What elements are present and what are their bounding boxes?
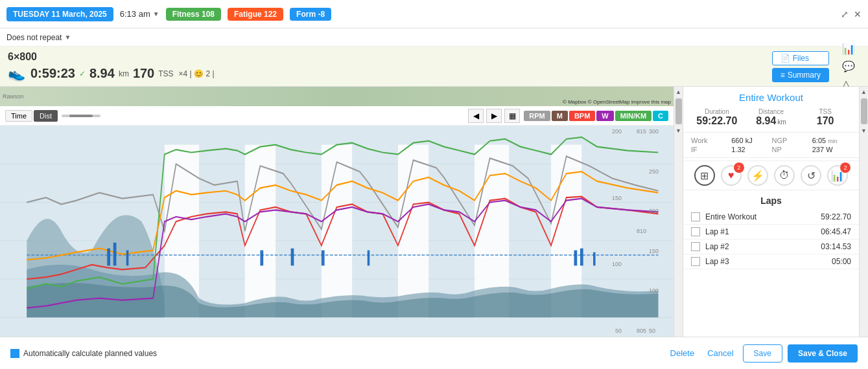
dist-button[interactable]: Dist xyxy=(34,110,58,122)
next-button[interactable]: ▶ xyxy=(486,109,502,123)
m-button[interactable]: M xyxy=(552,111,568,121)
date-badge[interactable]: TUESDAY 11 March, 2025 xyxy=(6,7,113,21)
fitness-badge: Fitness 108 xyxy=(166,8,221,21)
lap-checkbox-entire[interactable] xyxy=(691,212,700,221)
time-chevron-icon[interactable]: ▼ xyxy=(153,10,159,17)
slider-track[interactable] xyxy=(62,115,100,117)
lap-row-3: Lap #3 05:00 xyxy=(683,254,859,269)
w-button[interactable]: W xyxy=(596,111,613,121)
right-scroll-down[interactable]: ▼ xyxy=(860,126,869,136)
clock-tab[interactable]: ⏱ xyxy=(774,165,795,186)
lap-row-1: Lap #1 06:45.47 xyxy=(683,225,859,240)
clock-icon[interactable]: ⏱ xyxy=(774,165,795,186)
scroll-thumb[interactable] xyxy=(675,98,682,124)
left-scrollbar[interactable]: ▲ ▼ xyxy=(674,87,683,337)
min-km-button[interactable]: MIN/KM xyxy=(615,111,651,121)
time-dist-toggle: Time Dist xyxy=(5,110,58,122)
right-content: Entire Workout Duration 59:22.70 Distanc… xyxy=(683,87,859,337)
right-scrollbar[interactable]: ▲ ▼ xyxy=(859,87,868,337)
cancel-button[interactable]: Cancel xyxy=(703,344,737,363)
grid-icon[interactable]: ⊞ xyxy=(694,165,715,186)
np-label: NP xyxy=(772,146,811,153)
chart-tab[interactable]: 📊 2 xyxy=(827,165,848,186)
lap-time-3: 05:00 xyxy=(832,257,851,266)
lap-time-entire: 59:22.70 xyxy=(821,212,851,221)
scroll-up-arrow[interactable]: ▲ xyxy=(674,87,683,97)
tss-label: TSS xyxy=(158,69,173,78)
window-controls: ⤢ ✕ xyxy=(841,9,862,19)
svg-rect-15 xyxy=(126,251,129,266)
repeat-chevron-icon[interactable]: ▼ xyxy=(64,34,71,41)
workout-icons: ×4 | 😊 2 | xyxy=(179,69,215,78)
chart-svg xyxy=(0,126,674,337)
duration-value: 0:59:23 xyxy=(30,66,75,81)
bar-view-button[interactable]: ▦ xyxy=(504,109,520,123)
refresh-icon[interactable]: ↺ xyxy=(801,165,821,186)
laps-section: Laps Entire Workout 59:22.70 Lap #1 06:4… xyxy=(683,190,859,337)
svg-rect-18 xyxy=(322,251,325,266)
prev-button[interactable]: ◀ xyxy=(468,109,484,123)
ngp-label: NGP xyxy=(772,137,811,144)
form-badge: Form -8 xyxy=(290,8,331,21)
save-close-button[interactable]: Save & Close xyxy=(788,344,858,363)
time-value: 6:13 am xyxy=(120,9,150,19)
summary-button[interactable]: ≡ Summary xyxy=(772,68,829,82)
duration-val: 59:22.70 xyxy=(696,115,737,127)
right-scroll-thumb[interactable] xyxy=(861,98,867,124)
checkmark-icon: ✓ xyxy=(79,69,86,78)
distance-value: 8.94 xyxy=(89,66,115,81)
chart-main[interactable]: 04:10 5:33 8:20 16:40 25 20 15 10 5 0 xyxy=(0,126,674,337)
lap-name-entire: Entire Workout xyxy=(705,212,815,221)
svg-rect-8 xyxy=(322,145,352,318)
right-scroll-up[interactable]: ▲ xyxy=(860,87,869,97)
svg-rect-9 xyxy=(398,145,428,318)
auto-calc: Automatically calculate planned values xyxy=(10,349,659,358)
svg-rect-19 xyxy=(368,251,370,266)
close-button[interactable]: ✕ xyxy=(854,9,862,19)
save-button[interactable]: Save xyxy=(743,344,782,363)
bar-chart-icon[interactable]: 📊 xyxy=(842,43,855,55)
lap-checkbox-1[interactable] xyxy=(691,227,700,236)
distance-unit: km xyxy=(119,69,129,78)
right-panel-scroll: ▲ ▼ Entire Workout Duration 59:22.70 xyxy=(674,87,868,337)
map-attribution: © Mapbox © OpenStreetMap Improve this ma… xyxy=(563,99,671,105)
lap-time-1: 06:45.47 xyxy=(821,227,851,236)
duration-cell: Duration 59:22.70 xyxy=(691,108,743,127)
files-icon: 📄 xyxy=(780,54,790,63)
bottom-bar: Automatically calculate planned values D… xyxy=(0,337,868,369)
shoe-icon: 👟 xyxy=(8,65,25,82)
range-slider[interactable] xyxy=(62,115,100,117)
bolt-tab[interactable]: ⚡ xyxy=(747,165,768,186)
lap-checkbox-3[interactable] xyxy=(691,257,700,266)
refresh-tab[interactable]: ↺ xyxy=(801,165,821,186)
auto-calc-checkbox[interactable] xyxy=(10,349,19,358)
scroll-down-arrow[interactable]: ▼ xyxy=(674,126,683,136)
metric-buttons: RPM M BPM W MIN/KM C xyxy=(524,111,668,121)
distance-cell: Distance 8.94 km xyxy=(745,108,797,127)
chart-controls: Time Dist ◀ ▶ ▦ RPM M BPM W xyxy=(0,106,674,126)
grid-tab[interactable]: ⊞ xyxy=(694,165,715,186)
svg-rect-22 xyxy=(593,252,596,266)
c-button[interactable]: C xyxy=(653,111,668,121)
chart-badge: 2 xyxy=(840,162,850,173)
time-button[interactable]: Time xyxy=(5,110,32,122)
expand-button[interactable]: ⤢ xyxy=(841,9,849,19)
rpm-button[interactable]: RPM xyxy=(524,111,550,121)
bolt-icon[interactable]: ⚡ xyxy=(747,165,768,186)
tab-icons: ⊞ ♥ 2 ⚡ ⏱ ↺ xyxy=(683,161,859,190)
np-val: 237 W xyxy=(812,146,851,153)
distance-val: 8.94 xyxy=(756,115,776,127)
map-strip: Rawson © Mapbox © OpenStreetMap Improve … xyxy=(0,87,674,106)
files-button[interactable]: 📄 Files xyxy=(772,51,829,65)
ngp-val: 6:05 min xyxy=(812,137,851,144)
map-label: Rawson xyxy=(3,93,24,100)
stats-grid: Duration 59:22.70 Distance 8.94 km TSS xyxy=(683,106,859,129)
comment-icon[interactable]: 💬 xyxy=(842,60,855,73)
svg-rect-13 xyxy=(107,249,110,266)
workout-title: 6×800 xyxy=(8,51,215,63)
heart-tab[interactable]: ♥ 2 xyxy=(721,165,742,186)
delete-button[interactable]: Delete xyxy=(666,344,699,363)
bpm-button[interactable]: BPM xyxy=(569,111,595,121)
workout-stats: 0:59:23 ✓ 8.94 km 170 TSS xyxy=(30,66,174,81)
lap-checkbox-2[interactable] xyxy=(691,242,700,251)
